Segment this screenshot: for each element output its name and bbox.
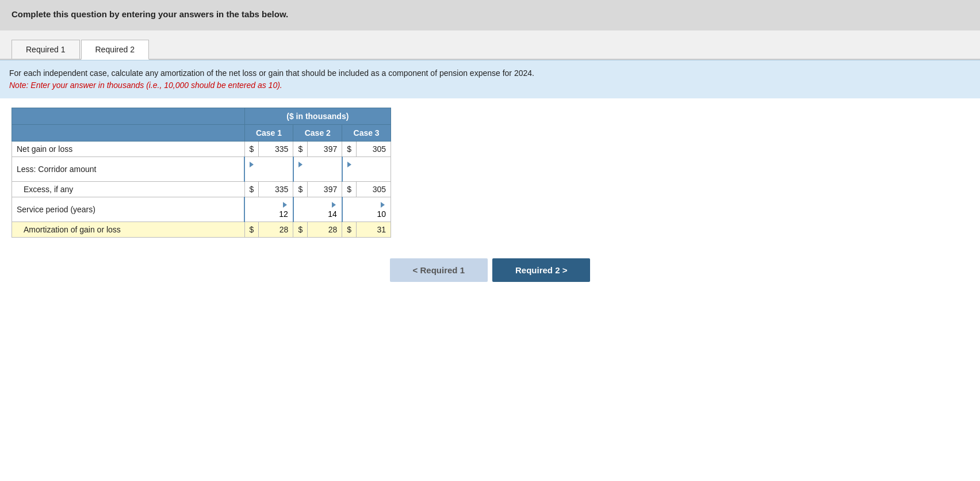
data-table: ($ in thousands) Case 1 Case 2 Case 3 Ne… [12, 108, 391, 238]
next-button[interactable]: Required 2 > [492, 258, 590, 282]
case3-dollar: $ [342, 182, 357, 197]
case3-dollar: $ [342, 142, 357, 157]
triangle-icon [250, 162, 254, 167]
triangle-icon [381, 202, 385, 208]
triangle-icon [283, 202, 287, 208]
case1-dollar: $ [244, 222, 259, 238]
case3-value: 31 [357, 222, 391, 238]
case1-service-input[interactable] [254, 209, 288, 219]
col-case2-header: Case 2 [293, 125, 342, 142]
page-header: Complete this question by entering your … [0, 0, 980, 30]
case2-value: 397 [308, 182, 342, 197]
nav-buttons: < Required 1 Required 2 > [0, 247, 980, 293]
table-row: Service period (years) [12, 197, 391, 222]
case2-service-input-cell[interactable] [293, 197, 342, 222]
case3-service-input[interactable] [351, 209, 386, 219]
case2-dollar: $ [293, 222, 308, 238]
case2-dollar: $ [293, 182, 308, 197]
case1-dollar: $ [244, 182, 259, 197]
case3-corridor-input[interactable] [347, 169, 382, 178]
case3-value: 305 [357, 142, 391, 157]
triangle-icon [298, 162, 303, 167]
case1-service-input-cell[interactable] [244, 197, 293, 222]
case1-value: 335 [259, 142, 293, 157]
table-row: Excess, if any $ 335 $ 397 $ 305 [12, 182, 391, 197]
tab-required-2[interactable]: Required 2 [81, 40, 150, 60]
case1-value: 28 [259, 222, 293, 238]
row-label: Less: Corridor amount [12, 157, 245, 182]
instruction-main: For each independent case, calculate any… [9, 67, 971, 79]
col-case1-header: Case 1 [244, 125, 293, 142]
instruction-box: For each independent case, calculate any… [0, 60, 980, 98]
case2-dollar: $ [293, 142, 308, 157]
prev-button[interactable]: < Required 1 [390, 258, 488, 282]
triangle-icon [332, 202, 336, 208]
tabs-container: Required 1 Required 2 [0, 30, 980, 60]
table-row: Amortization of gain or loss $ 28 $ 28 $… [12, 222, 391, 238]
case2-value: 28 [308, 222, 342, 238]
table-wrapper: ($ in thousands) Case 1 Case 2 Case 3 Ne… [0, 98, 980, 247]
case2-corridor-input-cell[interactable] [293, 157, 342, 182]
case2-value: 397 [308, 142, 342, 157]
case3-value: 305 [357, 182, 391, 197]
case2-corridor-input[interactable] [298, 169, 333, 178]
case1-dollar: $ [244, 142, 259, 157]
table-row: Less: Corridor amount [12, 157, 391, 182]
col-case3-header: Case 3 [342, 125, 391, 142]
col-label-header [12, 108, 245, 125]
instruction-note: Note: Enter your answer in thousands (i.… [9, 79, 971, 91]
case2-service-input[interactable] [303, 209, 337, 219]
row-label: Excess, if any [12, 182, 245, 197]
triangle-icon [347, 162, 351, 167]
tab-required-1[interactable]: Required 1 [12, 40, 80, 59]
case3-service-input-cell[interactable] [342, 197, 391, 222]
case1-corridor-input[interactable] [250, 169, 284, 178]
row-label: Amortization of gain or loss [12, 222, 245, 238]
case3-dollar: $ [342, 222, 357, 238]
header-instruction: Complete this question by entering your … [12, 9, 288, 19]
row-label: Net gain or loss [12, 142, 245, 157]
case1-corridor-input-cell[interactable] [244, 157, 293, 182]
col-empty-header [12, 125, 245, 142]
col-dollars-header: ($ in thousands) [244, 108, 391, 125]
row-label: Service period (years) [12, 197, 245, 222]
table-row: Net gain or loss $ 335 $ 397 $ 305 [12, 142, 391, 157]
case3-corridor-input-cell[interactable] [342, 157, 391, 182]
case1-value: 335 [259, 182, 293, 197]
